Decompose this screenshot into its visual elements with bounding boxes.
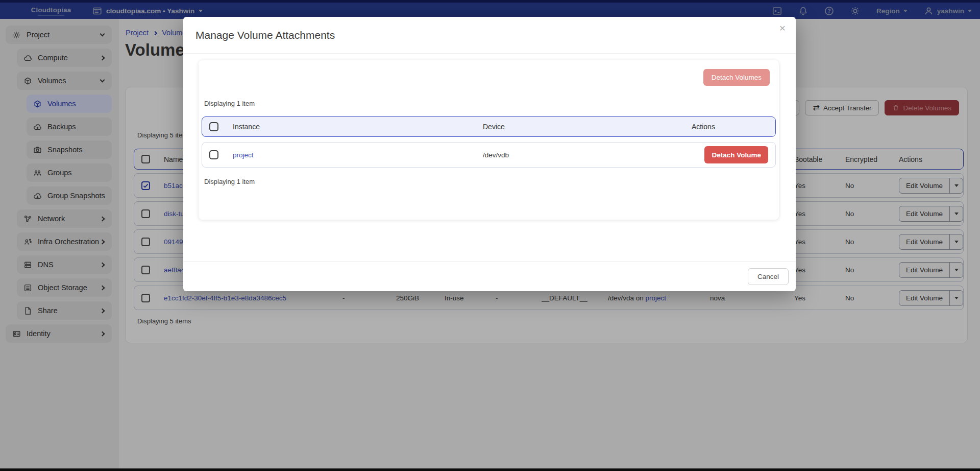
modal-displaying-top: Displaying 1 item [204, 100, 255, 107]
bottom-bar [0, 468, 980, 471]
attachments-card: Detach Volumes Displaying 1 item Instanc… [199, 60, 779, 220]
attachments-table-header: Instance Device Actions [202, 116, 776, 137]
col-instance: Instance [233, 123, 483, 131]
manage-volume-attachments-modal: Manage Volume Attachments × Detach Volum… [183, 17, 796, 291]
detach-volumes-button[interactable]: Detach Volumes [703, 69, 770, 86]
close-icon[interactable]: × [779, 22, 786, 34]
cell-device: /dev/vdb [483, 151, 692, 159]
screen: Cloudtopiaa cloudtopiaa.com • Yashwin ? … [0, 0, 980, 471]
modal-title: Manage Volume Attachments [195, 29, 335, 41]
modal-footer: Cancel [183, 262, 796, 291]
modal-header: Manage Volume Attachments [183, 17, 796, 54]
modal-displaying-bottom: Displaying 1 item [204, 178, 255, 185]
select-all-checkbox[interactable] [209, 122, 218, 131]
attachments-table: Instance Device Actions project /dev/vdb… [202, 116, 776, 168]
row-checkbox[interactable] [209, 150, 218, 159]
col-device: Device [483, 123, 692, 131]
attachment-row: project /dev/vdb Detach Volume [202, 142, 776, 168]
col-actions: Actions [692, 123, 768, 131]
instance-link[interactable]: project [233, 151, 483, 159]
detach-volume-button[interactable]: Detach Volume [704, 146, 768, 163]
cancel-button[interactable]: Cancel [748, 268, 789, 285]
